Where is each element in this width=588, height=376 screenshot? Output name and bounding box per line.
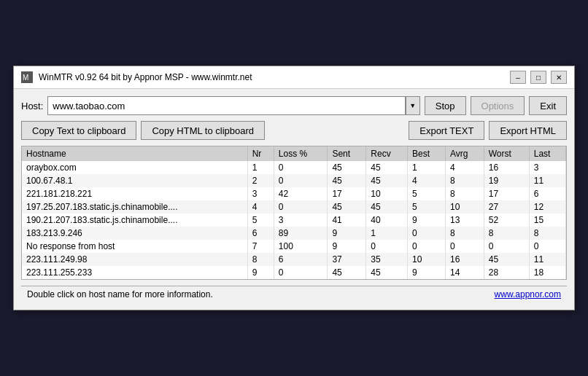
table-cell: 7 bbox=[247, 240, 274, 253]
host-dropdown-arrow[interactable]: ▼ bbox=[406, 96, 420, 115]
table-cell: 221.181.218.221 bbox=[22, 187, 247, 200]
table-cell: 17 bbox=[484, 187, 529, 200]
table-cell: 89 bbox=[274, 227, 328, 240]
table-row[interactable]: 221.181.218.221342171058176 bbox=[22, 187, 566, 200]
table-cell: 45 bbox=[366, 266, 408, 279]
table-cell: 8 bbox=[446, 227, 484, 240]
table-cell: 45 bbox=[328, 200, 366, 214]
col-worst: Worst bbox=[484, 146, 529, 161]
svg-text:M: M bbox=[23, 74, 28, 82]
col-avrg: Avrg bbox=[446, 146, 484, 161]
table-cell: 8 bbox=[446, 187, 484, 200]
table-cell: 4 bbox=[408, 174, 446, 187]
table-cell: 35 bbox=[366, 253, 408, 266]
table-cell: 45 bbox=[328, 174, 366, 187]
table-cell: 5 bbox=[247, 214, 274, 227]
host-input[interactable] bbox=[47, 96, 405, 115]
table-cell: 11 bbox=[529, 174, 565, 187]
table-cell: 4 bbox=[446, 161, 484, 174]
table-cell: 14 bbox=[446, 266, 484, 279]
table-cell: 45 bbox=[366, 161, 408, 174]
table-cell: 3 bbox=[247, 187, 274, 200]
table-cell: 37 bbox=[328, 253, 366, 266]
table-cell: 0 bbox=[484, 240, 529, 253]
table-cell: oraybox.com bbox=[22, 161, 247, 174]
table-cell: 9 bbox=[408, 266, 446, 279]
table-cell: 28 bbox=[484, 266, 529, 279]
table-cell: 12 bbox=[529, 200, 565, 214]
table-cell: No response from host bbox=[22, 240, 247, 253]
table-row[interactable]: 100.67.48.1204545481911 bbox=[22, 174, 566, 187]
table-cell: 27 bbox=[484, 200, 529, 214]
table-cell: 0 bbox=[446, 240, 484, 253]
export-html-button[interactable]: Export HTML bbox=[489, 121, 567, 140]
table-cell: 0 bbox=[274, 174, 328, 187]
table-cell: 8 bbox=[529, 227, 565, 240]
table-cell: 8 bbox=[446, 174, 484, 187]
col-nr: Nr bbox=[247, 146, 274, 161]
table-row[interactable]: 223.111.249.9886373510164511 bbox=[22, 253, 566, 266]
table-row[interactable]: 183.213.9.246689910888 bbox=[22, 227, 566, 240]
table-cell: 10 bbox=[366, 187, 408, 200]
toolbar-row: Host: ▼ Stop Options Exit bbox=[21, 96, 567, 115]
table-cell: 42 bbox=[274, 187, 328, 200]
title-bar: M WinMTR v0.92 64 bit by Appnor MSP - ww… bbox=[14, 66, 574, 89]
table-cell: 0 bbox=[408, 227, 446, 240]
table-cell: 13 bbox=[446, 214, 484, 227]
host-label: Host: bbox=[21, 101, 43, 111]
window-controls: – □ ✕ bbox=[510, 71, 567, 84]
table-cell: 3 bbox=[529, 161, 565, 174]
table-cell: 17 bbox=[328, 187, 366, 200]
export-text-button[interactable]: Export TEXT bbox=[409, 121, 484, 140]
data-table: Hostname Nr Loss % Sent Recv Best Avrg W… bbox=[22, 146, 566, 279]
table-cell: 0 bbox=[529, 240, 565, 253]
table-cell: 45 bbox=[328, 266, 366, 279]
close-button[interactable]: ✕ bbox=[551, 71, 567, 84]
col-last: Last bbox=[529, 146, 565, 161]
copy-text-button[interactable]: Copy Text to clipboard bbox=[21, 121, 136, 140]
col-best: Best bbox=[408, 146, 446, 161]
appnor-link[interactable]: www.appnor.com bbox=[495, 289, 561, 299]
table-cell: 100.67.48.1 bbox=[22, 174, 247, 187]
stop-button[interactable]: Stop bbox=[425, 96, 466, 115]
table-cell: 0 bbox=[366, 240, 408, 253]
options-button[interactable]: Options bbox=[471, 96, 525, 115]
title-bar-left: M WinMTR v0.92 64 bit by Appnor MSP - ww… bbox=[21, 71, 252, 83]
minimize-button[interactable]: – bbox=[510, 71, 526, 84]
table-cell: 40 bbox=[366, 214, 408, 227]
table-cell: 2 bbox=[247, 174, 274, 187]
table-cell: 8 bbox=[247, 253, 274, 266]
table-cell: 6 bbox=[274, 253, 328, 266]
table-row[interactable]: oraybox.com10454514163 bbox=[22, 161, 566, 174]
table-cell: 11 bbox=[529, 253, 565, 266]
table-cell: 45 bbox=[328, 161, 366, 174]
table-cell: 45 bbox=[484, 253, 529, 266]
table-cell: 9 bbox=[328, 227, 366, 240]
col-hostname: Hostname bbox=[22, 146, 247, 161]
table-cell: 6 bbox=[247, 227, 274, 240]
status-bar: Double click on host name for more infor… bbox=[21, 286, 567, 302]
table-cell: 0 bbox=[274, 200, 328, 214]
table-cell: 5 bbox=[408, 187, 446, 200]
action-row-left: Copy Text to clipboard Copy HTML to clip… bbox=[21, 121, 265, 140]
table-cell: 45 bbox=[366, 174, 408, 187]
table-cell: 9 bbox=[328, 240, 366, 253]
maximize-button[interactable]: □ bbox=[530, 71, 546, 84]
app-content: Host: ▼ Stop Options Exit Copy Text to c… bbox=[14, 89, 574, 310]
table-cell: 183.213.9.246 bbox=[22, 227, 247, 240]
table-cell: 3 bbox=[274, 214, 328, 227]
table-cell: 223.111.255.233 bbox=[22, 266, 247, 279]
table-row[interactable]: 223.111.255.2339045459142818 bbox=[22, 266, 566, 279]
table-cell: 4 bbox=[247, 200, 274, 214]
table-row[interactable]: 197.25.207.183.static.js.chinamobile....… bbox=[22, 200, 566, 214]
table-row[interactable]: No response from host7100900000 bbox=[22, 240, 566, 253]
copy-html-button[interactable]: Copy HTML to clipboard bbox=[141, 121, 265, 140]
exit-button[interactable]: Exit bbox=[529, 96, 567, 115]
status-message: Double click on host name for more infor… bbox=[27, 289, 213, 299]
table-cell: 190.21.207.183.static.js.chinamobile.... bbox=[22, 214, 247, 227]
action-row-right: Export TEXT Export HTML bbox=[409, 121, 567, 140]
table-row[interactable]: 190.21.207.183.static.js.chinamobile....… bbox=[22, 214, 566, 227]
table-cell: 19 bbox=[484, 174, 529, 187]
table-cell: 197.25.207.183.static.js.chinamobile.... bbox=[22, 200, 247, 214]
window-title: WinMTR v0.92 64 bit by Appnor MSP - www.… bbox=[39, 72, 252, 82]
